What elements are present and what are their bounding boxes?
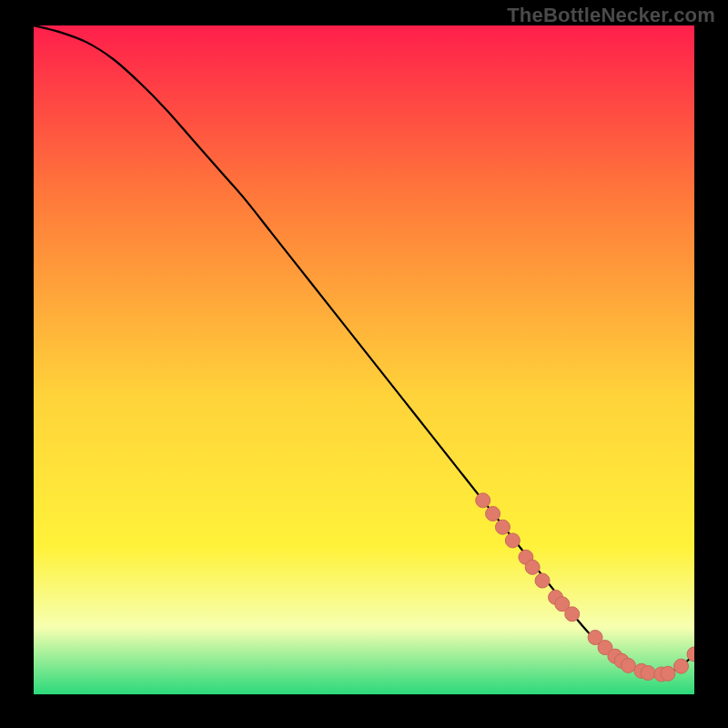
- gradient-background: [34, 25, 694, 694]
- data-marker: [641, 665, 655, 680]
- data-marker: [621, 658, 635, 672]
- data-marker: [673, 659, 688, 673]
- data-marker: [476, 493, 490, 508]
- data-marker: [486, 507, 500, 521]
- data-marker: [565, 607, 580, 622]
- data-marker: [535, 573, 550, 588]
- data-marker: [505, 533, 520, 548]
- data-marker: [661, 666, 675, 681]
- plot-area: [34, 25, 694, 694]
- data-marker: [495, 520, 510, 534]
- watermark-label: TheBottleNecker.com: [507, 4, 715, 27]
- chart-stage: TheBottleNecker.com: [0, 0, 728, 728]
- data-marker: [525, 560, 540, 574]
- chart-svg: [34, 25, 694, 694]
